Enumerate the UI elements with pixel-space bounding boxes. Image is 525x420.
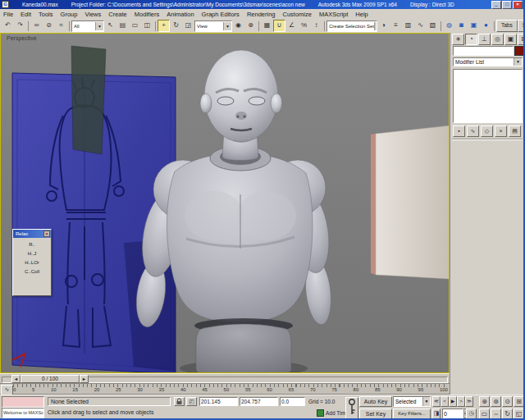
bind-to-space-warp-icon[interactable]: ≈	[55, 20, 67, 32]
keyboard-override-icon[interactable]: ▦	[261, 20, 273, 32]
absolute-offset-mode-toggle[interactable]: ◰	[186, 397, 197, 406]
menu-item[interactable]: Edit	[21, 11, 31, 18]
macro-recorder-pane[interactable]	[2, 396, 44, 408]
relax-dialog-button[interactable]: H..J	[13, 251, 51, 256]
key-mode-toggle[interactable]: ◨	[432, 409, 441, 419]
modifier-stack[interactable]	[453, 69, 523, 123]
previous-frame-nub[interactable]: ◄	[11, 375, 21, 383]
zoom-icon[interactable]: ⊕	[479, 396, 490, 407]
unlink-selection-icon[interactable]: ⊘	[43, 20, 55, 32]
select-object-icon[interactable]: ↖	[104, 20, 116, 32]
close-icon[interactable]: ×	[43, 231, 50, 237]
align-icon[interactable]: ≡	[390, 20, 402, 32]
object-name-field[interactable]	[453, 46, 514, 56]
menu-item[interactable]: MAXScript	[319, 11, 348, 18]
menu-item[interactable]: Graph Editors	[202, 11, 240, 18]
make-unique-icon[interactable]: ◇	[481, 126, 493, 137]
window-crossing-icon[interactable]: ◫	[141, 20, 153, 32]
zoom-extents-all-icon[interactable]: ⊞	[514, 396, 524, 407]
selection-region-icon[interactable]: ▭	[129, 20, 141, 32]
show-end-result-icon[interactable]: ∿	[467, 126, 479, 137]
set-key-button[interactable]: Set Key	[359, 409, 392, 419]
redo-icon[interactable]: ↷	[14, 20, 26, 32]
quick-render-icon[interactable]: ●	[480, 20, 492, 32]
rendered-frame-window-icon[interactable]: ▣	[468, 20, 480, 32]
minimize-button[interactable]: _	[491, 1, 501, 9]
relax-dialog-button[interactable]: C..Coll	[13, 269, 51, 274]
zoom-all-icon[interactable]: ⊛	[491, 396, 501, 407]
next-frame-nub[interactable]: ►	[80, 375, 89, 383]
key-filters-button[interactable]: Key Filters...	[393, 409, 431, 419]
track-bar[interactable]: ∿ 05101520253035404550556065707580859095…	[0, 383, 450, 395]
min-max-toggle-icon[interactable]: ◱	[514, 409, 524, 419]
track-bar-ruler[interactable]: 0510152025303540455055606570758085909510…	[13, 384, 448, 395]
menu-item[interactable]: Help	[355, 11, 368, 18]
schematic-view-icon[interactable]: ▧	[427, 20, 439, 32]
viewport-canvas[interactable]	[1, 34, 450, 373]
selection-filter-dropdown[interactable]: All ▼	[71, 21, 104, 32]
menu-item[interactable]: Create	[108, 11, 127, 18]
play-button[interactable]: ▶	[449, 396, 457, 407]
selection-lock-toggle[interactable]	[174, 397, 185, 406]
relax-dialog[interactable]: Relax × R..H..JH..LOrC..Coll	[12, 229, 52, 296]
object-color-swatch[interactable]	[514, 46, 524, 56]
menu-item[interactable]: Views	[84, 11, 101, 18]
time-configuration-button[interactable]: ◷	[466, 409, 477, 419]
z-coordinate-field[interactable]	[280, 397, 305, 406]
select-by-name-icon[interactable]: ▤	[116, 20, 129, 32]
percent-snap-icon[interactable]: %	[298, 20, 310, 32]
custom-toolbar-button[interactable]: Sys	[518, 20, 525, 32]
material-editor-icon[interactable]: ◍	[443, 20, 455, 32]
angle-snap-icon[interactable]: ∠	[285, 20, 298, 32]
select-and-manipulate-icon[interactable]: ⊕	[244, 20, 257, 32]
tab-display[interactable]: ▣	[504, 34, 517, 45]
menu-item[interactable]: Rendering	[247, 11, 276, 18]
remove-modifier-icon[interactable]: ×	[495, 126, 507, 137]
set-keys-button[interactable]	[345, 397, 358, 419]
next-frame-button[interactable]: >	[457, 396, 465, 407]
relax-dialog-button[interactable]: R..	[13, 242, 51, 247]
custom-toolbar-button[interactable]: Tabs	[496, 20, 518, 32]
reference-coordinate-system-dropdown[interactable]: View ▼	[194, 21, 232, 32]
undo-icon[interactable]: ↶	[2, 20, 14, 32]
close-button[interactable]: ×	[513, 1, 523, 9]
zoom-region-icon[interactable]: ▭	[479, 409, 490, 419]
go-to-start-button[interactable]: ≪	[432, 396, 441, 407]
tab-hierarchy[interactable]: ⊥	[478, 34, 491, 45]
relax-dialog-titlebar[interactable]: Relax ×	[13, 230, 51, 238]
perspective-viewport[interactable]: Perspective	[0, 33, 450, 373]
auto-key-button[interactable]: Auto Key	[359, 396, 392, 407]
time-slider[interactable]: ◄ 0 / 100 ►	[11, 375, 89, 383]
x-coordinate-field[interactable]	[199, 397, 238, 406]
mirror-icon[interactable]: ◑	[377, 20, 390, 32]
maxscript-listener-pane[interactable]: Welcome to MAXScript.	[2, 408, 44, 418]
spinner-snap-icon[interactable]: ↕	[310, 20, 322, 32]
configure-modifier-sets-icon[interactable]: ▤	[509, 126, 521, 137]
restore-button[interactable]: □	[502, 1, 512, 9]
pin-stack-icon[interactable]: ▪	[453, 126, 465, 137]
select-and-link-icon[interactable]: ∞	[30, 20, 43, 32]
go-to-end-button[interactable]: ≫	[465, 396, 473, 407]
curve-editor-icon[interactable]: ∿	[414, 20, 427, 32]
pan-icon[interactable]: ⇔	[491, 409, 501, 419]
current-frame-field[interactable]	[442, 409, 463, 418]
menu-item[interactable]: File	[3, 11, 13, 18]
key-filter-set-dropdown[interactable]: Selected ▼	[393, 396, 431, 407]
select-and-scale-icon[interactable]: ◲	[182, 20, 194, 32]
snaps-toggle-icon[interactable]: ∪	[273, 20, 285, 32]
menu-item[interactable]: Customize	[282, 11, 311, 18]
tab-utilities[interactable]: ⊠	[518, 34, 525, 45]
menu-item[interactable]: Modifiers	[135, 11, 159, 18]
relax-dialog-button[interactable]: H..LOr	[13, 260, 51, 265]
y-coordinate-field[interactable]	[240, 397, 278, 406]
time-slider-handle[interactable]: 0 / 100	[21, 375, 80, 383]
viewport-label[interactable]: Perspective	[7, 35, 37, 41]
menu-item[interactable]: Group	[61, 11, 78, 18]
modifier-list-dropdown[interactable]: Modifier List ▼	[453, 57, 523, 66]
arc-rotate-icon[interactable]: ↻	[502, 409, 513, 419]
tab-modify[interactable]: ◔	[465, 34, 477, 45]
use-pivot-point-center-icon[interactable]: ◉	[232, 20, 244, 32]
select-and-rotate-icon[interactable]: ↻	[170, 20, 182, 32]
previous-frame-button[interactable]: <	[441, 396, 449, 407]
tab-motion[interactable]: ◎	[491, 34, 504, 45]
